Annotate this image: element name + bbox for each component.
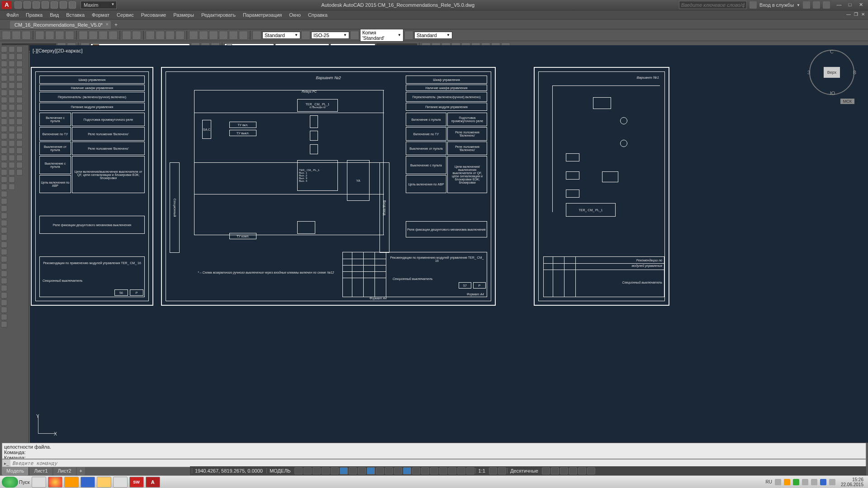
array-icon[interactable] [9, 90, 15, 96]
menu-parametric[interactable]: Параметризация [239, 12, 285, 18]
file-tab-active[interactable]: CM_16_Recommendations_Rele_V5.0* ✕ [10, 21, 111, 29]
dimtedit-icon[interactable] [16, 147, 23, 154]
tm-toggle-icon[interactable] [430, 467, 438, 474]
paste-icon[interactable] [99, 31, 108, 40]
qat-redo-icon[interactable] [69, 1, 76, 9]
matchprop-icon[interactable] [109, 31, 118, 40]
snap-toggle-icon[interactable] [304, 467, 312, 474]
mleaderstyle-icon[interactable] [404, 31, 413, 40]
arc-icon[interactable] [1, 68, 7, 74]
move-icon[interactable] [9, 46, 15, 52]
dimstyle-dropdown[interactable]: ISO-25 [311, 32, 349, 39]
tab-layout1[interactable]: Лист1 [29, 467, 52, 475]
menu-insert[interactable]: Вставка [62, 12, 88, 18]
osnap-par-icon[interactable] [1, 307, 7, 313]
copy-icon[interactable] [89, 31, 98, 40]
osnap-cen-icon[interactable] [1, 234, 7, 241]
tpy-toggle-icon[interactable] [394, 467, 402, 474]
app-logo[interactable]: A [2, 1, 12, 9]
file-tab-add[interactable]: + [112, 21, 120, 29]
grid-toggle-icon[interactable] [294, 467, 303, 474]
dimang-icon[interactable] [16, 61, 23, 67]
viewcube-s[interactable]: Ю [830, 90, 835, 96]
designcenter-icon[interactable] [199, 31, 208, 40]
osnap-perp-icon[interactable] [1, 278, 7, 284]
autodesk360-icon[interactable] [749, 1, 757, 9]
task-chrome-icon[interactable] [48, 477, 62, 488]
point-icon[interactable] [1, 104, 7, 110]
pan-icon[interactable] [146, 31, 155, 40]
tray-bt-icon[interactable] [820, 479, 826, 485]
command-input[interactable] [10, 460, 866, 466]
osnap-node-icon[interactable] [1, 242, 7, 248]
boundary-icon[interactable] [1, 176, 7, 183]
polar-toggle-icon[interactable] [340, 467, 348, 474]
explode-icon[interactable] [9, 147, 15, 154]
spline-icon[interactable] [1, 97, 7, 103]
osnap-end-icon[interactable] [1, 220, 7, 226]
textstyle-icon[interactable] [252, 31, 261, 40]
sc-toggle-icon[interactable] [412, 467, 420, 474]
offset-icon[interactable] [9, 82, 15, 89]
textstyle-dropdown[interactable]: Standard [262, 32, 300, 39]
centermark-icon[interactable] [16, 133, 23, 139]
exchange-icon[interactable] [803, 1, 810, 9]
break-icon[interactable] [9, 133, 15, 139]
signin-label[interactable]: Вход в службы [759, 2, 794, 8]
save-icon[interactable] [22, 31, 31, 40]
osnap-tan-icon[interactable] [1, 285, 7, 291]
cleanscreen-icon[interactable] [578, 467, 586, 474]
close-icon[interactable]: ✕ [105, 22, 109, 27]
menu-edit[interactable]: Правка [22, 12, 46, 18]
trim-icon[interactable] [9, 97, 15, 103]
3dpoly-icon[interactable] [1, 213, 7, 219]
tray-sync-icon[interactable] [793, 479, 799, 485]
donut-icon[interactable] [1, 155, 7, 161]
annoscale-field[interactable]: 1:1 [475, 468, 488, 474]
zoomwin-icon[interactable] [166, 31, 175, 40]
menu-format[interactable]: Формат [88, 12, 113, 18]
lwt-toggle-icon[interactable] [385, 467, 393, 474]
mdi-close[interactable]: ✕ [860, 12, 866, 18]
dimarc-icon[interactable] [16, 97, 23, 103]
dimrad-icon[interactable] [16, 68, 23, 74]
quickprops-icon[interactable] [542, 467, 550, 474]
dimspace-icon[interactable] [16, 155, 23, 161]
table-icon[interactable] [1, 118, 7, 125]
region-icon[interactable] [1, 133, 7, 139]
viewcube-w[interactable]: З [807, 70, 811, 75]
dimjog-icon[interactable] [16, 90, 23, 96]
tolerance-icon[interactable] [16, 126, 23, 132]
osnap-none-icon[interactable] [1, 314, 7, 320]
extend-icon[interactable] [9, 104, 15, 110]
revcloud-icon[interactable] [1, 147, 7, 154]
ucs-toggle-icon[interactable] [448, 467, 456, 474]
tablestyle-dropdown[interactable]: Копия 'Standard' [360, 29, 403, 42]
start-button[interactable] [2, 477, 18, 488]
mirror-icon[interactable] [9, 75, 15, 81]
drawing-canvas[interactable]: [-][Сверху][2D-каркас] Шкаф управления Н… [30, 45, 868, 443]
plot-icon[interactable] [35, 31, 44, 40]
3ddwf-icon[interactable] [65, 31, 74, 40]
menu-help[interactable]: Справка [304, 12, 331, 18]
ray-icon[interactable] [1, 191, 7, 197]
tray-battery-icon[interactable] [829, 479, 835, 485]
toolpalettes-icon[interactable] [209, 31, 218, 40]
cut-icon[interactable] [79, 31, 88, 40]
hatch-icon[interactable] [1, 90, 7, 96]
lang-indicator[interactable]: RU [765, 479, 772, 484]
menu-window[interactable]: Окно [285, 12, 304, 18]
workspace-dropdown[interactable]: Maxim [81, 1, 117, 9]
sheetset-icon[interactable] [219, 31, 228, 40]
dimstyle-icon[interactable] [301, 31, 310, 40]
osnap-appint-icon[interactable] [1, 299, 7, 306]
copy2-icon[interactable] [9, 53, 15, 60]
publish-icon[interactable] [55, 31, 64, 40]
task-solidworks-icon[interactable]: SW [129, 477, 144, 488]
gizmo-toggle-icon[interactable] [457, 467, 465, 474]
command-prompt-icon[interactable]: ▸_ [2, 460, 10, 467]
gradient-icon[interactable] [1, 169, 7, 175]
osnap-int-icon[interactable] [1, 256, 7, 262]
stretch-icon[interactable] [9, 111, 15, 118]
menu-tools[interactable]: Сервис [113, 12, 138, 18]
